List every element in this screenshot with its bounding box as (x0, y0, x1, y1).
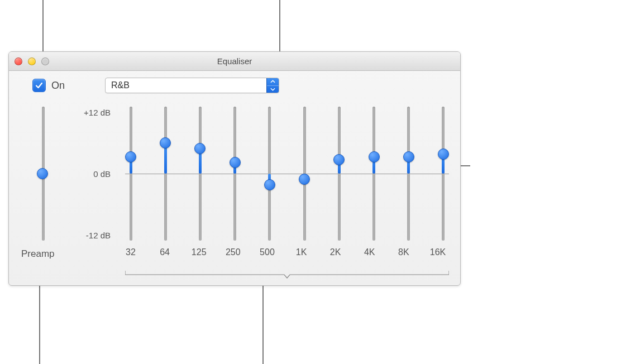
band-slider-2K[interactable] (333, 107, 345, 241)
band-label: 32 (120, 247, 142, 257)
window-title: Equaliser (9, 56, 460, 66)
preset-selected-label: R&B (106, 80, 266, 90)
preamp-slider[interactable] (37, 107, 49, 241)
band-label: 1K (290, 247, 313, 257)
band-label: 16K (427, 247, 449, 257)
band-label: 500 (256, 247, 278, 257)
preset-stepper (266, 78, 279, 93)
traffic-lights (15, 58, 49, 65)
band-slider-1K[interactable] (299, 107, 310, 241)
chevron-up-icon (267, 78, 279, 86)
preamp-label: Preamp (21, 248, 55, 260)
band-label: 64 (154, 247, 176, 257)
band-label: 250 (222, 247, 244, 257)
close-icon[interactable] (15, 58, 22, 65)
equaliser-window: Equaliser On R&B +12 dB 0 dB -12 dB (8, 51, 461, 286)
callout-line-bot-mid (262, 284, 264, 364)
scale-min-label: -12 dB (64, 231, 111, 240)
band-thumb-4K[interactable] (369, 151, 380, 162)
band-labels-row: 32641252505001K2K4K8K16K (125, 247, 449, 257)
band-slider-32[interactable] (125, 107, 136, 241)
band-thumb-2K[interactable] (333, 154, 345, 165)
preset-dropdown[interactable]: R&B (105, 78, 279, 93)
band-label: 125 (188, 247, 210, 257)
band-thumb-16K[interactable] (438, 149, 449, 160)
band-slider-500[interactable] (264, 107, 275, 241)
checkbox-box (32, 79, 46, 92)
band-thumb-250[interactable] (230, 157, 241, 168)
band-slider-8K[interactable] (403, 107, 414, 241)
minimize-icon[interactable] (28, 58, 36, 65)
band-label: 4K (359, 247, 381, 257)
band-label: 2K (324, 247, 347, 257)
on-checkbox[interactable]: On (32, 79, 65, 92)
zero-db-line (125, 174, 449, 174)
bands-area (125, 107, 449, 241)
band-thumb-1K[interactable] (299, 174, 310, 185)
bands-brace (125, 271, 449, 279)
scale-max-label: +12 dB (64, 108, 111, 117)
band-slider-64[interactable] (160, 107, 171, 241)
on-checkbox-label: On (51, 80, 65, 92)
maximize-icon (41, 58, 49, 65)
band-slider-125[interactable] (194, 107, 206, 241)
chevron-down-icon (267, 86, 279, 93)
band-slider-250[interactable] (230, 107, 241, 241)
band-thumb-500[interactable] (264, 179, 275, 190)
band-label: 8K (393, 247, 415, 257)
band-thumb-125[interactable] (194, 143, 206, 154)
band-thumb-32[interactable] (125, 151, 136, 162)
eq-body: +12 dB 0 dB -12 dB Preamp 32641252505001… (9, 98, 460, 276)
titlebar[interactable]: Equaliser (9, 52, 460, 71)
scale-mid-label: 0 dB (64, 169, 111, 179)
controls-row: On R&B (9, 71, 460, 98)
preamp-thumb[interactable] (37, 168, 48, 179)
band-slider-4K[interactable] (369, 107, 380, 241)
band-thumb-8K[interactable] (403, 151, 414, 162)
band-slider-16K[interactable] (438, 107, 449, 241)
band-thumb-64[interactable] (160, 137, 171, 149)
